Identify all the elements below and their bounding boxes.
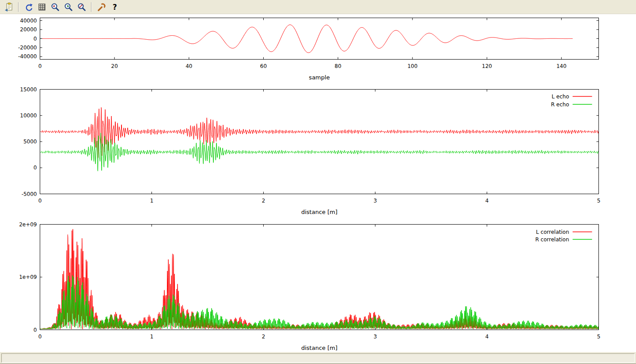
- x-tick-label: 0: [38, 63, 42, 69]
- replot-button[interactable]: [23, 1, 34, 13]
- toolbar-separator: [18, 2, 19, 12]
- plot-border: [40, 90, 599, 194]
- config-icon: [97, 2, 106, 12]
- x-axis-label: sample: [309, 74, 329, 81]
- x-tick-label: 100: [407, 63, 417, 69]
- plot-2: 01234501e+092e+09distance [m]L correlati…: [19, 221, 600, 351]
- plot-0: 020406080100120140-40000-200000200004000…: [18, 18, 599, 81]
- y-tick-label: -20000: [18, 45, 37, 51]
- series-l-correlation: [40, 229, 599, 329]
- x-tick-label: 5: [597, 334, 601, 340]
- y-tick-label: 1e+09: [19, 274, 37, 280]
- x-axis-label: distance [m]: [301, 345, 337, 351]
- x-tick-label: 5: [597, 198, 601, 204]
- x-tick-label: 2: [262, 334, 265, 340]
- y-tick-label: -40000: [18, 53, 37, 60]
- x-tick-label: 1: [150, 198, 154, 204]
- y-tick-label: 10000: [20, 113, 37, 119]
- x-tick-label: 4: [485, 198, 489, 204]
- x-tick-label: 20: [111, 63, 118, 69]
- legend-label: R correlation: [535, 236, 569, 243]
- x-tick-label: 1: [150, 334, 154, 340]
- plots-svg: 020406080100120140-40000-200000200004000…: [0, 14, 636, 352]
- x-tick-label: 0: [38, 334, 42, 340]
- toolbar: ?: [0, 0, 636, 14]
- y-tick-label: 0: [34, 36, 37, 42]
- x-tick-label: 0: [38, 198, 42, 204]
- help-icon: ?: [110, 2, 120, 12]
- clipboard-icon: [4, 2, 14, 12]
- replot-icon: [24, 2, 34, 12]
- svg-text:?: ?: [113, 2, 117, 11]
- autoscale-button[interactable]: [76, 1, 87, 13]
- legend-label: L correlation: [536, 229, 569, 235]
- series-r-echo: [40, 133, 599, 171]
- plot-1: 012345-5000050001000015000distance [m]L …: [20, 86, 600, 215]
- legend-label: R echo: [551, 101, 569, 108]
- x-tick-label: 3: [374, 198, 377, 204]
- zoom-previous-icon: [50, 2, 60, 12]
- status-text: [1, 353, 635, 363]
- y-tick-label: -5000: [22, 191, 37, 197]
- copy-to-clipboard-button[interactable]: [3, 1, 15, 13]
- x-tick-label: 80: [335, 63, 341, 69]
- y-tick-label: 40000: [20, 18, 37, 24]
- help-button[interactable]: ?: [109, 1, 121, 13]
- zoom-next-button[interactable]: [62, 1, 74, 13]
- x-tick-label: 2: [262, 198, 265, 204]
- x-tick-label: 120: [482, 63, 492, 69]
- y-tick-label: 0: [34, 165, 37, 171]
- toolbar-separator: [91, 2, 92, 12]
- legend-label: L echo: [552, 94, 569, 100]
- x-tick-label: 3: [374, 334, 377, 340]
- autoscale-icon: [77, 2, 87, 12]
- y-tick-label: 0: [34, 327, 37, 333]
- configure-button[interactable]: [95, 1, 107, 13]
- y-tick-label: 2e+09: [19, 221, 37, 228]
- zoom-previous-button[interactable]: [49, 1, 61, 13]
- gnuplot-window: ? 020406080100120140-40000-2000002000040…: [0, 0, 636, 364]
- y-tick-label: 15000: [20, 86, 37, 93]
- x-axis-label: distance [m]: [301, 209, 337, 215]
- plot-canvas[interactable]: 020406080100120140-40000-200000200004000…: [0, 14, 636, 352]
- x-tick-label: 40: [186, 63, 192, 69]
- x-tick-label: 60: [260, 63, 267, 69]
- status-bar: [0, 352, 636, 364]
- x-tick-label: 4: [485, 334, 489, 340]
- grid-icon: [37, 2, 47, 12]
- series-signal: [40, 25, 573, 53]
- zoom-next-icon: [64, 2, 73, 12]
- plot-border: [40, 225, 599, 330]
- y-tick-label: 20000: [20, 26, 37, 33]
- y-tick-label: 5000: [23, 139, 37, 145]
- x-tick-label: 140: [556, 63, 567, 69]
- toggle-grid-button[interactable]: [36, 1, 48, 13]
